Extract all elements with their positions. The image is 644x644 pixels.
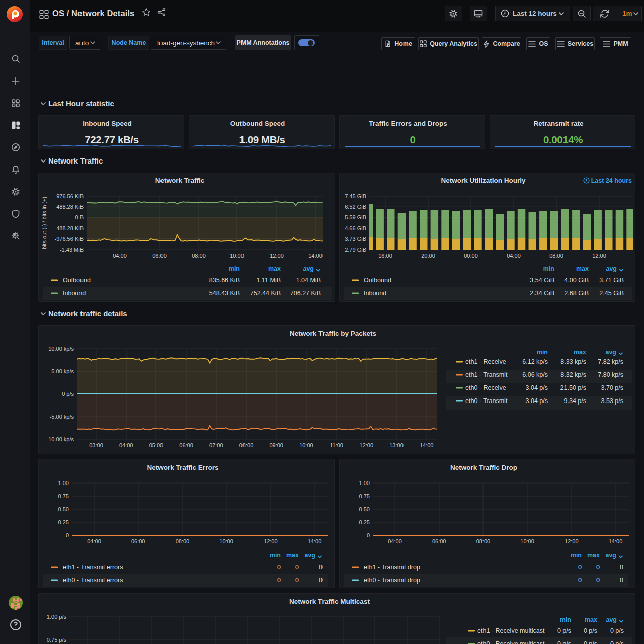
svg-text:Network Traffic Multicast: Network Traffic Multicast xyxy=(289,598,370,605)
svg-text:min: min xyxy=(229,265,240,272)
svg-text:Traffic Errors and Drops: Traffic Errors and Drops xyxy=(369,120,447,127)
svg-text:min: min xyxy=(543,265,554,272)
svg-text:1.11 MiB: 1.11 MiB xyxy=(257,277,281,284)
svg-text:eth1 - Receive: eth1 - Receive xyxy=(465,358,506,365)
svg-text:0: 0 xyxy=(319,564,323,571)
svg-text:0: 0 xyxy=(277,564,281,571)
svg-text:1.04 MiB: 1.04 MiB xyxy=(296,277,321,284)
svg-text:548.43 KiB: 548.43 KiB xyxy=(209,290,240,297)
svg-text:0 p/s: 0 p/s xyxy=(610,627,624,634)
svg-text:0 p/s: 0 p/s xyxy=(584,640,597,644)
svg-text:10.00 kp/s: 10.00 kp/s xyxy=(48,346,74,352)
svg-text:-1.43 MiB: -1.43 MiB xyxy=(60,247,84,253)
svg-text:avg: avg xyxy=(606,616,617,623)
svg-text:06:00: 06:00 xyxy=(152,253,167,259)
svg-text:0.25: 0.25 xyxy=(58,519,69,525)
svg-text:08:00: 08:00 xyxy=(239,442,254,448)
svg-text:4.66 GiB: 4.66 GiB xyxy=(345,225,366,231)
svg-text:Outbound: Outbound xyxy=(364,277,391,284)
svg-text:0: 0 xyxy=(66,532,69,538)
svg-text:3.73 GiB: 3.73 GiB xyxy=(345,236,366,242)
svg-text:0: 0 xyxy=(578,564,582,571)
svg-text:3.04 p/s: 3.04 p/s xyxy=(526,384,548,391)
svg-text:21.50 p/s: 21.50 p/s xyxy=(560,384,586,391)
svg-text:10:00: 10:00 xyxy=(219,538,233,544)
svg-text:00:00: 00:00 xyxy=(464,253,478,259)
svg-text:06:00: 06:00 xyxy=(432,538,446,544)
svg-text:09:00: 09:00 xyxy=(269,442,283,448)
svg-text:0: 0 xyxy=(367,532,370,538)
svg-text:1.00: 1.00 xyxy=(58,480,69,486)
svg-text:6.12 kp/s: 6.12 kp/s xyxy=(522,358,548,365)
svg-text:12:00: 12:00 xyxy=(565,538,579,544)
svg-text:avg: avg xyxy=(606,265,617,272)
svg-text:eth0 - Transmit: eth0 - Transmit xyxy=(465,397,508,405)
svg-text:max: max xyxy=(574,349,586,356)
svg-text:6.52 GiB: 6.52 GiB xyxy=(345,204,366,210)
svg-text:min: min xyxy=(571,552,582,559)
svg-text:12:00: 12:00 xyxy=(264,538,278,544)
svg-text:16:00: 16:00 xyxy=(378,253,392,259)
svg-text:5.59 GiB: 5.59 GiB xyxy=(345,214,366,220)
svg-text:10:00: 10:00 xyxy=(230,253,244,259)
svg-text:11:00: 11:00 xyxy=(330,442,343,448)
svg-text:04:00: 04:00 xyxy=(388,538,402,544)
svg-text:06:00: 06:00 xyxy=(131,538,145,544)
svg-text:752.44 KiB: 752.44 KiB xyxy=(250,290,281,297)
svg-text:Inbound Speed: Inbound Speed xyxy=(83,120,132,127)
svg-text:2.79 GiB: 2.79 GiB xyxy=(345,247,366,253)
svg-text:12:00: 12:00 xyxy=(592,253,606,259)
svg-text:0: 0 xyxy=(620,577,623,584)
svg-text:0 p/s: 0 p/s xyxy=(62,391,74,397)
svg-text:Network Traffic Drop: Network Traffic Drop xyxy=(450,464,517,471)
svg-text:0: 0 xyxy=(620,564,623,571)
svg-text:1.00: 1.00 xyxy=(359,480,370,486)
svg-text:0 B: 0 B xyxy=(75,214,84,220)
svg-text:bits out (-) / bits in (+): bits out (-) / bits in (+) xyxy=(41,197,47,249)
svg-text:eth0 - Receive: eth0 - Receive xyxy=(465,384,506,391)
svg-text:722.77 kB/s: 722.77 kB/s xyxy=(85,134,138,145)
svg-text:13:00: 13:00 xyxy=(389,442,404,448)
svg-text:4.00 GiB: 4.00 GiB xyxy=(564,277,589,284)
svg-text:0: 0 xyxy=(277,577,281,584)
svg-text:0: 0 xyxy=(596,564,600,571)
svg-text:0: 0 xyxy=(578,577,582,584)
svg-text:10:00: 10:00 xyxy=(299,442,313,448)
svg-text:Network Utilization Hourly: Network Utilization Hourly xyxy=(441,177,526,184)
svg-text:0.0014%: 0.0014% xyxy=(543,134,583,145)
svg-text:eth0 - Transmit drop: eth0 - Transmit drop xyxy=(364,577,420,584)
svg-text:Inbound: Inbound xyxy=(364,290,386,297)
svg-text:3.53 p/s: 3.53 p/s xyxy=(601,397,623,405)
svg-text:Network Traffic: Network Traffic xyxy=(155,177,205,184)
svg-text:07:00: 07:00 xyxy=(209,442,223,448)
svg-text:8.32 kp/s: 8.32 kp/s xyxy=(560,371,586,378)
svg-text:-976.56 KiB: -976.56 KiB xyxy=(55,236,84,242)
svg-text:835.66 KiB: 835.66 KiB xyxy=(209,277,240,284)
svg-text:7.80 kp/s: 7.80 kp/s xyxy=(598,371,623,378)
svg-text:3.54 GiB: 3.54 GiB xyxy=(530,277,554,284)
svg-text:14:00: 14:00 xyxy=(308,538,322,544)
svg-text:eth1 - Receive multicast: eth1 - Receive multicast xyxy=(477,627,545,634)
svg-text:avg: avg xyxy=(605,552,616,559)
svg-text:eth1 - Transmit: eth1 - Transmit xyxy=(465,371,508,378)
svg-text:Network Traffic by Packets: Network Traffic by Packets xyxy=(290,330,376,337)
svg-text:0 p/s: 0 p/s xyxy=(610,640,624,644)
svg-text:06:00: 06:00 xyxy=(179,442,193,448)
svg-text:0: 0 xyxy=(295,577,299,584)
svg-text:3.70 p/s: 3.70 p/s xyxy=(601,384,623,391)
svg-text:eth1 - Transmit drop: eth1 - Transmit drop xyxy=(364,564,420,571)
svg-text:min: min xyxy=(537,349,548,356)
svg-text:1.09 MB/s: 1.09 MB/s xyxy=(239,134,285,145)
svg-text:0: 0 xyxy=(319,577,323,584)
svg-text:eth1 - Transmit errors: eth1 - Transmit errors xyxy=(63,564,123,571)
svg-text:2.34 GiB: 2.34 GiB xyxy=(530,290,554,297)
svg-text:eth0 - Receive multicast: eth0 - Receive multicast xyxy=(477,640,545,644)
svg-text:Retransmit rate: Retransmit rate xyxy=(533,120,584,127)
svg-text:0.75: 0.75 xyxy=(359,493,370,499)
svg-text:488.28 KiB: 488.28 KiB xyxy=(56,204,84,210)
svg-text:eth0 - Transmit errors: eth0 - Transmit errors xyxy=(63,577,123,584)
svg-text:5.00 kp/s: 5.00 kp/s xyxy=(51,368,74,374)
svg-text:10:00: 10:00 xyxy=(520,538,534,544)
svg-text:8.33 kp/s: 8.33 kp/s xyxy=(560,358,586,365)
svg-text:976.56 KiB: 976.56 KiB xyxy=(56,193,84,199)
